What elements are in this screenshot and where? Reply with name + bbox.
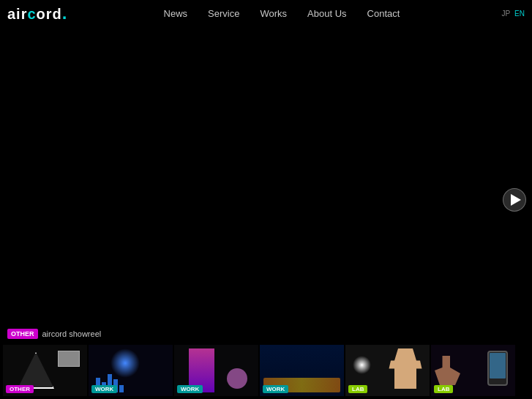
thumb-1-tag: OTHER	[6, 385, 34, 393]
thumbnail-6[interactable]: LAB	[431, 345, 515, 396]
thumb-6-screen	[490, 353, 506, 379]
bar-5	[119, 385, 124, 392]
thumb-1-triangle	[18, 352, 54, 389]
thumb-1-screen	[58, 351, 80, 367]
current-tag: OTHER	[7, 329, 38, 339]
lang-jp[interactable]: JP	[501, 10, 510, 18]
nav-contact[interactable]: Contact	[357, 8, 411, 19]
nav: News Service Works About Us Contact	[154, 8, 411, 19]
thumbnail-1[interactable]: OTHER	[3, 345, 87, 396]
thumb-5-hand	[387, 348, 424, 389]
current-item-label: OTHER aircord showreel	[7, 329, 101, 339]
lang-en[interactable]: EN	[514, 10, 525, 18]
thumb-6-hand	[435, 356, 460, 385]
thumbnails-container: OTHER WORK WORK	[0, 342, 532, 399]
logo-text-ord: ord	[37, 6, 62, 22]
language-switcher: JP EN	[501, 10, 525, 18]
thumb-2-tag: WORK	[91, 385, 117, 393]
thumb-2-light	[110, 348, 140, 378]
logo-text-air: air	[7, 6, 27, 22]
thumbnail-2[interactable]: WORK	[89, 345, 173, 396]
thumb-5-tag: LAB	[348, 385, 367, 393]
thumb-3-shape	[227, 368, 247, 389]
nav-about[interactable]: About Us	[297, 8, 356, 19]
play-button[interactable]	[503, 188, 526, 212]
logo-dot: .	[62, 3, 68, 23]
thumb-3-tag: WORK	[177, 385, 203, 393]
current-title: aircord showreel	[42, 329, 102, 338]
header: aircord. News Service Works About Us Con…	[0, 0, 532, 26]
thumb-6-tag: LAB	[434, 385, 453, 393]
nav-works[interactable]: Works	[250, 8, 297, 19]
thumbnail-3[interactable]: WORK	[174, 345, 258, 396]
nav-service[interactable]: Service	[198, 8, 250, 19]
thumb-5-light	[353, 356, 371, 374]
logo-text-c: c	[27, 6, 36, 22]
main-video-area[interactable]	[0, 0, 532, 340]
play-icon	[511, 194, 521, 206]
thumbnail-4[interactable]: WORK	[260, 345, 344, 396]
thumb-4-tag: WORK	[263, 385, 288, 393]
nav-news[interactable]: News	[154, 8, 198, 19]
thumbnail-5[interactable]: LAB	[345, 345, 430, 396]
thumbnail-strip: OTHER WORK WORK	[0, 340, 532, 399]
logo[interactable]: aircord.	[7, 3, 67, 23]
